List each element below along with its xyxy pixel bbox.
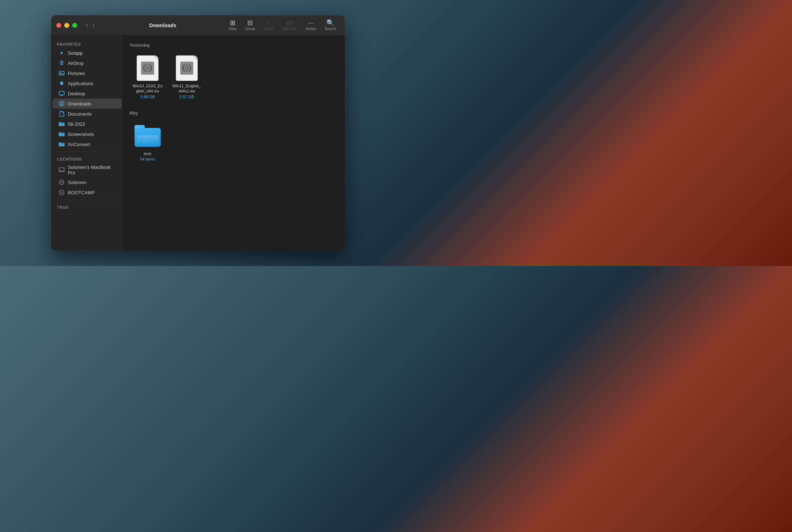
action-button[interactable]: ··· Action xyxy=(302,18,320,32)
xnconvert-folder-icon xyxy=(58,141,65,147)
svg-rect-13 xyxy=(143,66,144,70)
share-label: Share xyxy=(264,27,274,31)
back-button[interactable]: ‹ xyxy=(84,21,90,30)
finder-window: ‹ › Downloads ⊞ View ⊟ Group ↑ Share 🏷 E… xyxy=(51,15,345,251)
favorites-label: Favorites xyxy=(51,39,123,48)
sidebar-item-downloads[interactable]: Downloads xyxy=(53,99,122,109)
disk-solomen-icon xyxy=(58,179,65,186)
tech-folder-size: 54 items xyxy=(140,157,155,161)
win10-iso-item[interactable]: Win10_21H2_English_x64.iso 5.88 GB xyxy=(129,52,166,102)
tech-folder-name: tech xyxy=(144,151,152,156)
forward-button[interactable]: › xyxy=(91,21,96,30)
view-label: View xyxy=(229,27,237,31)
svg-point-8 xyxy=(59,190,64,195)
tags-label: Tags xyxy=(51,202,123,211)
group-icon: ⊟ xyxy=(247,20,253,26)
sidebar-item-label: Desktop xyxy=(68,91,85,96)
locations-label: Locations xyxy=(51,154,123,163)
traffic-lights xyxy=(56,23,77,28)
sidebar-item-label: Pictures xyxy=(68,71,85,76)
sidebar-item-label: Screenshots xyxy=(68,132,94,137)
desktop-icon xyxy=(58,90,65,97)
may-files-grid: tech 54 items xyxy=(129,120,339,164)
svg-rect-18 xyxy=(182,66,183,70)
search-button[interactable]: 🔍 Search xyxy=(321,18,340,32)
svg-point-12 xyxy=(147,67,148,69)
toolbar-actions: ⊞ View ⊟ Group ↑ Share 🏷 Edit Tags ··· A… xyxy=(225,18,340,32)
airdrop-icon xyxy=(58,60,65,66)
sidebar-item-applications[interactable]: Applications xyxy=(53,78,122,88)
svg-rect-14 xyxy=(151,66,152,70)
svg-rect-19 xyxy=(190,66,191,70)
screenshots-folder-icon xyxy=(58,131,65,137)
folder-08-2022-icon xyxy=(58,121,65,127)
downloads-icon xyxy=(58,100,65,107)
sidebar-item-bootcamp[interactable]: BOOTCAMP xyxy=(53,187,122,198)
sidebar-item-macbook-pro[interactable]: Solomen's MacBook Pro xyxy=(53,163,122,177)
sidebar: Favorites ✦ Setapp AirDrop xyxy=(51,36,124,251)
setapp-icon: ✦ xyxy=(58,50,65,56)
sidebar-item-documents[interactable]: Documents xyxy=(53,109,122,119)
share-button[interactable]: ↑ Share xyxy=(260,18,277,32)
view-button[interactable]: ⊞ View xyxy=(225,18,240,32)
win11-iso-icon xyxy=(176,55,198,81)
sidebar-item-label: XnConvert xyxy=(68,142,90,147)
win11-iso-item[interactable]: Win11_English_x64v1.iso 5.57 GB xyxy=(169,52,205,102)
sidebar-item-label: Downloads xyxy=(68,101,91,107)
folder-shine xyxy=(137,135,158,144)
sidebar-item-label: Documents xyxy=(68,111,92,117)
svg-point-6 xyxy=(59,180,64,185)
sidebar-item-pictures[interactable]: Pictures xyxy=(53,68,122,78)
sidebar-item-solomen[interactable]: Solomen xyxy=(53,177,122,187)
win10-iso-icon-container xyxy=(135,55,161,81)
documents-icon xyxy=(58,111,65,117)
disk-bootcamp-icon xyxy=(58,189,65,196)
sidebar-item-screenshots[interactable]: Screenshots xyxy=(53,129,122,139)
view-icon: ⊞ xyxy=(230,20,235,26)
group-label: Group xyxy=(245,27,255,31)
group-button[interactable]: ⊟ Group xyxy=(242,18,259,32)
toolbar: ‹ › Downloads ⊞ View ⊟ Group ↑ Share 🏷 E… xyxy=(51,15,345,36)
nav-buttons: ‹ › xyxy=(84,21,96,30)
edit-tags-button[interactable]: 🏷 Edit Tags xyxy=(279,18,301,32)
yesterday-heading: Yesterday xyxy=(129,43,339,48)
sidebar-item-setapp[interactable]: ✦ Setapp xyxy=(53,48,122,58)
macbook-icon xyxy=(58,167,65,173)
sidebar-item-label: Applications xyxy=(68,81,93,86)
share-icon: ↑ xyxy=(267,20,271,26)
pictures-icon xyxy=(58,70,65,76)
close-button[interactable] xyxy=(56,23,61,28)
search-label: Search xyxy=(325,27,336,31)
sidebar-item-xnconvert[interactable]: XnConvert xyxy=(53,139,122,149)
content-area: Yesterday xyxy=(124,36,345,251)
sidebar-item-airdrop[interactable]: AirDrop xyxy=(53,58,122,68)
window-title: Downloads xyxy=(100,22,225,28)
tech-folder-icon-container xyxy=(135,123,161,149)
tech-folder-icon xyxy=(135,125,161,147)
minimize-button[interactable] xyxy=(64,23,69,28)
sidebar-item-label: Setapp xyxy=(68,50,83,56)
sidebar-divider xyxy=(57,151,117,152)
folder-body xyxy=(135,128,161,147)
action-label: Action xyxy=(306,27,316,31)
svg-point-0 xyxy=(61,63,63,65)
win10-iso-icon xyxy=(137,55,158,81)
win11-disk-image-icon xyxy=(180,62,193,75)
sidebar-item-desktop[interactable]: Desktop xyxy=(53,88,122,99)
tech-folder-item[interactable]: tech 54 items xyxy=(129,120,166,164)
win11-iso-icon-container xyxy=(174,55,200,81)
svg-point-9 xyxy=(61,192,62,193)
svg-point-7 xyxy=(61,182,62,183)
sidebar-divider-2 xyxy=(57,200,117,200)
svg-rect-3 xyxy=(59,91,64,95)
edit-tags-icon: 🏷 xyxy=(286,20,293,26)
svg-point-17 xyxy=(186,67,187,69)
sidebar-item-label: BOOTCAMP xyxy=(68,190,95,195)
maximize-button[interactable] xyxy=(72,23,77,28)
win10-iso-size: 5.88 GB xyxy=(140,95,155,99)
sidebar-item-08-2022[interactable]: 08-2022 xyxy=(53,119,122,129)
may-heading: May xyxy=(129,111,339,116)
svg-rect-5 xyxy=(59,168,64,171)
search-icon: 🔍 xyxy=(326,20,334,26)
sidebar-item-label: Solomen xyxy=(68,180,86,185)
